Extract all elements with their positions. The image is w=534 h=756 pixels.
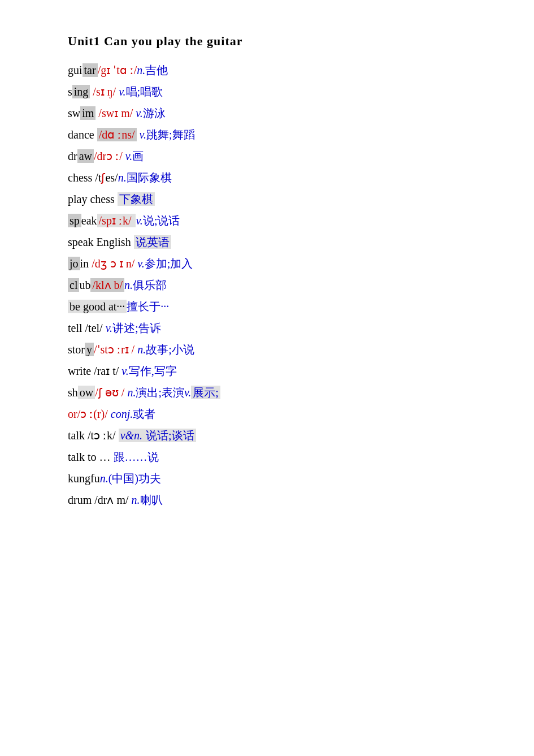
entry-part: n. <box>132 494 140 506</box>
entry-club: club/klʌ b/n.俱乐部 <box>68 279 477 291</box>
entry-part: ing <box>72 85 90 98</box>
entry-dance: dance /dɑ ːns/ v.跳舞;舞蹈 <box>68 129 477 140</box>
entry-part: talk /tɔ ːk/ <box>68 429 119 442</box>
entry-talk-to: talk to … 跟……说 <box>68 451 477 463</box>
entry-part: sp <box>68 214 81 227</box>
entries-container: guitar/gɪ ˈtɑ ː/n.吉他sing /sɪ ŋ/ v.唱;唱歌sw… <box>68 64 477 506</box>
entry-part: 展示; <box>191 386 220 399</box>
entry-part: /drɔ ː/ <box>94 150 125 162</box>
entry-part: 演出;表演 <box>136 386 184 399</box>
entry-chess: chess /tʃes/n.国际象棋 <box>68 172 477 183</box>
entry-drum: drum /drʌ m/ n.喇叭 <box>68 494 477 506</box>
entry-part: write /raɪ t/ <box>68 365 121 377</box>
entry-part: y <box>85 343 94 356</box>
entry-part: play chess <box>68 193 118 205</box>
entry-write: write /raɪ t/ v.写作,写字 <box>68 365 477 377</box>
entry-guitar: guitar/gɪ ˈtɑ ː/n.吉他 <box>68 64 477 76</box>
entry-part: /ɔ ː(r)/ <box>77 408 111 420</box>
page-title: Unit1 Can you play the guitar <box>68 34 477 49</box>
entry-story: story/ˈstɔ ːrɪ / n.故事;小说 <box>68 344 477 355</box>
entry-part: (中国)功夫 <box>108 472 161 485</box>
entry-part: in <box>80 257 89 270</box>
entry-part: 游泳 <box>143 107 166 119</box>
entry-part: /sɪ ŋ/ <box>90 85 119 98</box>
entry-part: 说;说话 <box>143 214 180 227</box>
entry-part: 擅长于··· <box>127 300 169 313</box>
entry-part: speak English <box>68 236 134 248</box>
entry-part: 下象棋 <box>118 192 155 206</box>
entry-part: eak <box>81 214 97 227</box>
entry-part: 故事;小说 <box>146 343 194 356</box>
entry-part: 跟……说 <box>114 451 159 463</box>
entry-part: 喇叭 <box>140 494 163 506</box>
entry-part: v. <box>140 128 146 141</box>
entry-part: 或者 <box>133 408 155 420</box>
entry-part: conj. <box>111 408 133 420</box>
entry-part: sw <box>68 107 80 119</box>
entry-part: 讲述;告诉 <box>112 322 161 334</box>
page: Unit1 Can you play the guitar guitar/gɪ … <box>0 0 534 756</box>
entry-part: 跳舞;舞蹈 <box>146 128 195 141</box>
entry-part: ow <box>78 386 95 399</box>
entry-part: /ˈstɔ ːrɪ / <box>94 343 137 356</box>
entry-part: gui <box>68 64 83 76</box>
entry-part: s <box>68 85 72 98</box>
entry-part: cl <box>68 278 79 292</box>
entry-play-chess: play chess 下象棋 <box>68 193 477 205</box>
entry-part: 唱;唱歌 <box>126 85 163 98</box>
entry-part: tar <box>83 63 98 77</box>
entry-part: kungfu <box>68 472 100 485</box>
entry-be-good-at: be good at···擅长于··· <box>68 301 477 312</box>
entry-draw: draw/drɔ ː/ v.画 <box>68 150 477 162</box>
entry-part: /klʌ b/ <box>90 278 124 292</box>
entry-show: show/ʃ əʊ / n.演出;表演v.展示; <box>68 387 477 398</box>
entry-part: sh <box>68 386 78 399</box>
entry-part: 说英语 <box>134 235 171 249</box>
entry-speak: speak/spɪ ːk/ v.说;说话 <box>68 215 477 226</box>
entry-part: 说话;谈话 <box>144 429 196 442</box>
entry-part: dance <box>68 128 97 141</box>
entry-part: v. <box>106 322 112 334</box>
entry-part: jo <box>68 257 80 270</box>
entry-part: im <box>80 106 95 120</box>
entry-part: /spɪ ːk/ <box>97 214 136 227</box>
entry-part: 吉他 <box>145 64 168 76</box>
entry-part: chess /t <box>68 171 101 184</box>
entry-part: n. <box>100 472 108 485</box>
entry-part: /dɑ ːns/ <box>97 128 137 141</box>
entry-part: ub <box>79 279 90 291</box>
entry-part: v. <box>119 85 125 98</box>
entry-part: /dʒ ɔ ɪ n/ <box>89 257 137 270</box>
entry-part: n. <box>118 171 127 184</box>
entry-tell: tell /tel/ v.讲述;告诉 <box>68 322 477 334</box>
entry-talk: talk /tɔ ːk/ v&n.说话;谈话 <box>68 430 477 441</box>
entry-join: join /dʒ ɔ ɪ n/ v.参加;加入 <box>68 258 477 269</box>
entry-part: /gɪ ˈtɑ ː/ <box>98 64 137 76</box>
entry-part: v. <box>184 386 191 399</box>
entry-sing: sing /sɪ ŋ/ v.唱;唱歌 <box>68 86 477 97</box>
entry-part: es/ <box>105 171 118 184</box>
entry-part: 国际象棋 <box>127 171 172 184</box>
entry-part: 俱乐部 <box>133 279 167 291</box>
entry-part: or <box>68 408 77 420</box>
entry-speak-english: speak English 说英语 <box>68 236 477 248</box>
entry-part: dr <box>68 150 77 162</box>
entry-swim: swim /swɪ m/ v.游泳 <box>68 107 477 119</box>
entry-part: 参加;加入 <box>145 257 193 270</box>
entry-part: v. <box>136 214 142 227</box>
entry-part: /swɪ m/ <box>95 107 136 119</box>
entry-part: v. <box>121 365 128 377</box>
entry-part: n. <box>137 64 145 76</box>
entry-part: 写作,写字 <box>129 365 177 377</box>
entry-part: talk to … <box>68 451 114 463</box>
entry-part: n. <box>124 279 133 291</box>
entry-part: stor <box>68 343 85 356</box>
entry-part: v. <box>125 150 132 162</box>
entry-part: v. <box>137 257 144 270</box>
entry-or: or/ɔ ː(r)/ conj.或者 <box>68 408 477 420</box>
entry-part: tell /tel/ <box>68 322 106 334</box>
entry-part: n. <box>137 343 146 356</box>
entry-part: 画 <box>132 150 144 162</box>
entry-part: be good at··· <box>68 300 127 313</box>
entry-part: /ʃ əʊ / <box>95 386 127 399</box>
